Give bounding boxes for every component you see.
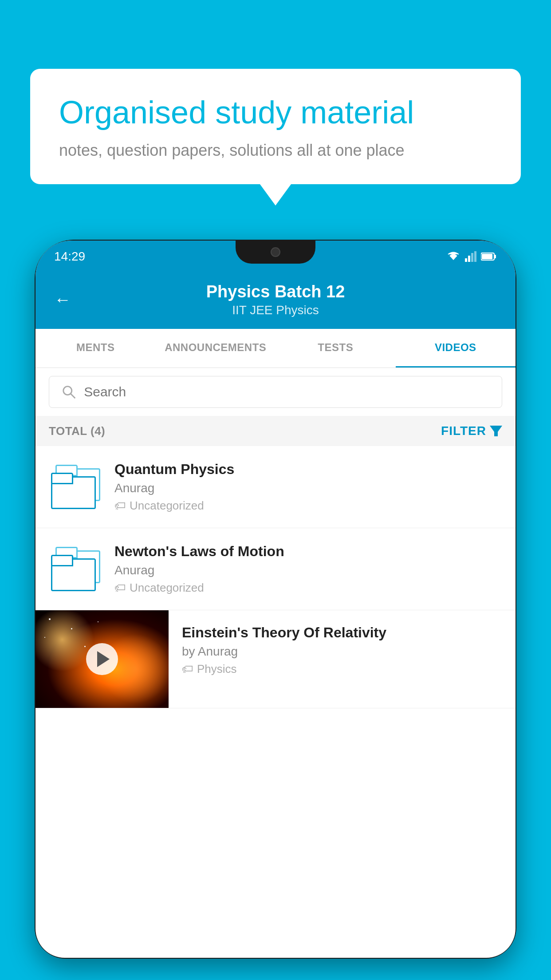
svg-rect-6 <box>494 255 496 258</box>
svg-line-9 <box>71 394 75 398</box>
phone-screen: 14:29 <box>35 241 516 958</box>
app-header: ← Physics Batch 12 IIT JEE Physics <box>35 273 516 329</box>
folder-thumb-2 <box>49 542 102 596</box>
tag-icon: 🏷 <box>182 662 193 676</box>
bubble-title: Organised study material <box>59 93 492 131</box>
speech-bubble: Organised study material notes, question… <box>30 69 521 184</box>
svg-rect-7 <box>482 254 492 259</box>
bubble-subtitle: notes, question papers, solutions all at… <box>59 141 492 160</box>
folder-thumb-1 <box>49 460 102 514</box>
svg-rect-3 <box>471 253 473 262</box>
battery-icon <box>481 252 497 261</box>
status-time: 14:29 <box>54 249 85 264</box>
filter-bar: TOTAL (4) FILTER <box>35 416 516 446</box>
tabs-bar: MENTS ANNOUNCEMENTS TESTS VIDEOS <box>35 329 516 368</box>
notch-camera <box>271 247 280 257</box>
folder-front <box>51 555 93 591</box>
video-info-2: Newton's Laws of Motion Anurag 🏷 Uncateg… <box>114 543 502 595</box>
video-title: Einstein's Theory Of Relativity <box>182 624 502 641</box>
status-icons <box>446 251 497 262</box>
tag-icon: 🏷 <box>114 499 126 513</box>
svg-rect-2 <box>468 256 470 262</box>
video-author: Anurag <box>114 481 502 495</box>
video-tag: 🏷 Uncategorized <box>114 581 502 595</box>
filter-button[interactable]: FILTER <box>441 424 502 438</box>
phone-notch <box>236 241 315 264</box>
back-button[interactable]: ← <box>54 290 71 309</box>
signal-icon <box>465 251 476 262</box>
search-input[interactable] <box>84 384 489 399</box>
tag-label: Uncategorized <box>130 499 204 513</box>
video-tag: 🏷 Uncategorized <box>114 499 502 513</box>
tab-tests[interactable]: TESTS <box>276 329 396 368</box>
play-button[interactable] <box>86 643 118 675</box>
video-info-3: Einstein's Theory Of Relativity by Anura… <box>169 610 516 690</box>
svg-rect-4 <box>474 251 476 262</box>
video-author: Anurag <box>114 563 502 577</box>
filter-icon <box>490 426 502 436</box>
list-item[interactable]: Newton's Laws of Motion Anurag 🏷 Uncateg… <box>35 528 516 610</box>
header-title-group: Physics Batch 12 IIT JEE Physics <box>83 282 468 317</box>
video-title: Quantum Physics <box>114 461 502 478</box>
phone-mockup: 14:29 <box>35 240 516 980</box>
search-bar-wrapper <box>35 368 516 416</box>
search-bar[interactable] <box>49 376 502 408</box>
header-subtitle: IIT JEE Physics <box>83 303 468 317</box>
phone-outer: 14:29 <box>35 240 516 959</box>
svg-marker-10 <box>490 426 502 436</box>
video-tag: 🏷 Physics <box>182 662 502 676</box>
list-item[interactable]: Einstein's Theory Of Relativity by Anura… <box>35 610 516 708</box>
svg-marker-0 <box>450 256 457 260</box>
video-list: Quantum Physics Anurag 🏷 Uncategorized <box>35 446 516 708</box>
tag-label: Uncategorized <box>130 581 204 595</box>
total-count: TOTAL (4) <box>49 424 105 438</box>
folder-front <box>51 473 93 509</box>
video-title: Newton's Laws of Motion <box>114 543 502 560</box>
svg-rect-1 <box>465 258 467 262</box>
header-title: Physics Batch 12 <box>83 282 468 301</box>
search-icon <box>62 384 76 399</box>
tab-videos[interactable]: VIDEOS <box>396 329 516 368</box>
video-info-1: Quantum Physics Anurag 🏷 Uncategorized <box>114 461 502 513</box>
folder-stack-icon <box>51 465 100 509</box>
screen-content: ← Physics Batch 12 IIT JEE Physics MENTS… <box>35 273 516 958</box>
tab-announcements[interactable]: ANNOUNCEMENTS <box>156 329 276 368</box>
wifi-icon <box>446 251 460 262</box>
folder-stack-icon <box>51 547 100 591</box>
speech-bubble-card: Organised study material notes, question… <box>30 69 521 184</box>
list-item[interactable]: Quantum Physics Anurag 🏷 Uncategorized <box>35 446 516 528</box>
video-author: by Anurag <box>182 644 502 659</box>
status-bar: 14:29 <box>35 241 516 273</box>
play-icon <box>97 651 110 667</box>
video-thumbnail <box>35 610 169 708</box>
tab-ments[interactable]: MENTS <box>35 329 156 368</box>
tag-icon: 🏷 <box>114 581 126 595</box>
tag-label: Physics <box>197 662 237 676</box>
